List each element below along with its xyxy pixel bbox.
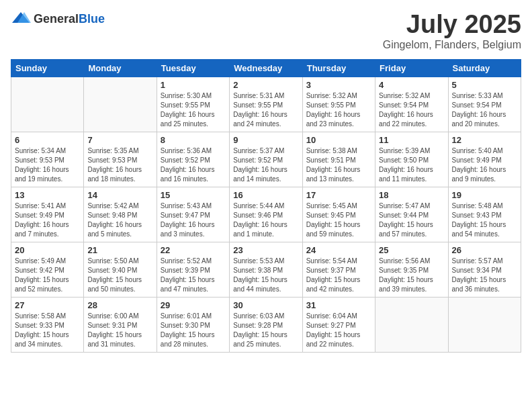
day-detail: Sunrise: 5:56 AMSunset: 9:35 PMDaylight:… <box>379 257 444 294</box>
calendar-cell: 6Sunrise: 5:34 AMSunset: 9:53 PMDaylight… <box>11 132 84 187</box>
calendar-cell: 9Sunrise: 5:37 AMSunset: 9:52 PMDaylight… <box>230 132 302 187</box>
day-detail: Sunrise: 5:48 AMSunset: 9:43 PMDaylight:… <box>452 201 517 239</box>
day-detail: Sunrise: 5:54 AMSunset: 9:37 PMDaylight:… <box>306 257 371 294</box>
day-detail: Sunrise: 5:38 AMSunset: 9:51 PMDaylight:… <box>306 146 371 184</box>
day-detail: Sunrise: 5:52 AMSunset: 9:39 PMDaylight:… <box>161 257 226 294</box>
calendar-cell: 30Sunrise: 6:03 AMSunset: 9:28 PMDayligh… <box>230 297 302 352</box>
calendar-cell <box>11 77 84 132</box>
day-number: 13 <box>15 190 80 200</box>
calendar-cell: 23Sunrise: 5:53 AMSunset: 9:38 PMDayligh… <box>230 242 302 297</box>
calendar-cell: 17Sunrise: 5:45 AMSunset: 9:45 PMDayligh… <box>302 187 375 242</box>
day-number: 15 <box>161 190 226 200</box>
weekday-header: Saturday <box>448 59 521 77</box>
calendar-cell: 8Sunrise: 5:36 AMSunset: 9:52 PMDaylight… <box>157 132 229 187</box>
calendar-week-row: 27Sunrise: 5:58 AMSunset: 9:33 PMDayligh… <box>11 297 521 352</box>
day-detail: Sunrise: 5:40 AMSunset: 9:49 PMDaylight:… <box>452 146 517 184</box>
logo-icon <box>11 11 31 27</box>
day-number: 18 <box>379 190 444 200</box>
day-number: 1 <box>161 80 226 90</box>
logo: GeneralBlue <box>11 11 105 27</box>
weekday-header: Tuesday <box>157 59 229 77</box>
day-detail: Sunrise: 5:45 AMSunset: 9:45 PMDaylight:… <box>306 201 371 239</box>
day-number: 23 <box>233 245 298 255</box>
day-number: 2 <box>233 80 298 90</box>
day-number: 7 <box>87 135 152 145</box>
day-detail: Sunrise: 5:43 AMSunset: 9:47 PMDaylight:… <box>161 201 226 239</box>
weekday-header: Sunday <box>11 59 84 77</box>
calendar-cell: 1Sunrise: 5:30 AMSunset: 9:55 PMDaylight… <box>157 77 229 132</box>
day-number: 30 <box>233 300 298 310</box>
day-detail: Sunrise: 5:53 AMSunset: 9:38 PMDaylight:… <box>233 257 298 294</box>
day-detail: Sunrise: 5:50 AMSunset: 9:40 PMDaylight:… <box>87 257 152 294</box>
day-number: 22 <box>161 245 226 255</box>
day-number: 12 <box>452 135 517 145</box>
calendar-cell: 16Sunrise: 5:44 AMSunset: 9:46 PMDayligh… <box>230 187 302 242</box>
day-detail: Sunrise: 5:49 AMSunset: 9:42 PMDaylight:… <box>15 257 80 294</box>
day-detail: Sunrise: 5:39 AMSunset: 9:50 PMDaylight:… <box>379 146 444 184</box>
calendar-cell: 21Sunrise: 5:50 AMSunset: 9:40 PMDayligh… <box>84 242 157 297</box>
calendar-cell: 20Sunrise: 5:49 AMSunset: 9:42 PMDayligh… <box>11 242 84 297</box>
calendar-cell: 5Sunrise: 5:33 AMSunset: 9:54 PMDaylight… <box>448 77 521 132</box>
day-number: 26 <box>452 245 517 255</box>
day-detail: Sunrise: 5:31 AMSunset: 9:55 PMDaylight:… <box>233 91 298 129</box>
day-detail: Sunrise: 6:04 AMSunset: 9:27 PMDaylight:… <box>306 312 371 349</box>
day-detail: Sunrise: 5:44 AMSunset: 9:46 PMDaylight:… <box>233 201 298 239</box>
day-detail: Sunrise: 5:58 AMSunset: 9:33 PMDaylight:… <box>15 312 80 349</box>
day-number: 16 <box>233 190 298 200</box>
calendar-cell: 25Sunrise: 5:56 AMSunset: 9:35 PMDayligh… <box>375 242 448 297</box>
day-detail: Sunrise: 5:41 AMSunset: 9:49 PMDaylight:… <box>15 201 80 239</box>
day-number: 5 <box>452 80 517 90</box>
day-number: 31 <box>306 300 371 310</box>
calendar-cell: 13Sunrise: 5:41 AMSunset: 9:49 PMDayligh… <box>11 187 84 242</box>
day-number: 17 <box>306 190 371 200</box>
day-detail: Sunrise: 5:47 AMSunset: 9:44 PMDaylight:… <box>379 201 444 239</box>
calendar-week-row: 1Sunrise: 5:30 AMSunset: 9:55 PMDaylight… <box>11 77 521 132</box>
day-number: 24 <box>306 245 371 255</box>
calendar-cell: 10Sunrise: 5:38 AMSunset: 9:51 PMDayligh… <box>302 132 375 187</box>
calendar-cell: 3Sunrise: 5:32 AMSunset: 9:55 PMDaylight… <box>302 77 375 132</box>
day-number: 8 <box>161 135 226 145</box>
day-detail: Sunrise: 5:57 AMSunset: 9:34 PMDaylight:… <box>452 257 517 294</box>
calendar-cell: 14Sunrise: 5:42 AMSunset: 9:48 PMDayligh… <box>84 187 157 242</box>
calendar-cell: 29Sunrise: 6:01 AMSunset: 9:30 PMDayligh… <box>157 297 229 352</box>
day-number: 19 <box>452 190 517 200</box>
calendar-cell: 7Sunrise: 5:35 AMSunset: 9:53 PMDaylight… <box>84 132 157 187</box>
day-detail: Sunrise: 5:34 AMSunset: 9:53 PMDaylight:… <box>15 146 80 184</box>
day-number: 25 <box>379 245 444 255</box>
logo-general: General <box>34 12 79 26</box>
day-number: 10 <box>306 135 371 145</box>
calendar-cell: 26Sunrise: 5:57 AMSunset: 9:34 PMDayligh… <box>448 242 521 297</box>
calendar-cell: 11Sunrise: 5:39 AMSunset: 9:50 PMDayligh… <box>375 132 448 187</box>
location-title: Gingelom, Flanders, Belgium <box>383 39 521 51</box>
day-detail: Sunrise: 5:32 AMSunset: 9:55 PMDaylight:… <box>306 91 371 129</box>
calendar-cell: 22Sunrise: 5:52 AMSunset: 9:39 PMDayligh… <box>157 242 229 297</box>
day-detail: Sunrise: 5:30 AMSunset: 9:55 PMDaylight:… <box>161 91 226 129</box>
title-block: July 2025 Gingelom, Flanders, Belgium <box>383 11 521 51</box>
day-detail: Sunrise: 5:33 AMSunset: 9:54 PMDaylight:… <box>452 91 517 129</box>
day-number: 14 <box>87 190 152 200</box>
day-detail: Sunrise: 6:01 AMSunset: 9:30 PMDaylight:… <box>161 312 226 349</box>
calendar-cell: 28Sunrise: 6:00 AMSunset: 9:31 PMDayligh… <box>84 297 157 352</box>
calendar-week-row: 13Sunrise: 5:41 AMSunset: 9:49 PMDayligh… <box>11 187 521 242</box>
weekday-header: Thursday <box>302 59 375 77</box>
day-number: 4 <box>379 80 444 90</box>
calendar-cell: 15Sunrise: 5:43 AMSunset: 9:47 PMDayligh… <box>157 187 229 242</box>
calendar-table: SundayMondayTuesdayWednesdayThursdayFrid… <box>11 59 521 353</box>
calendar-week-row: 6Sunrise: 5:34 AMSunset: 9:53 PMDaylight… <box>11 132 521 187</box>
day-number: 29 <box>161 300 226 310</box>
calendar-header-row: SundayMondayTuesdayWednesdayThursdayFrid… <box>11 59 521 77</box>
month-title: July 2025 <box>383 11 521 39</box>
day-detail: Sunrise: 5:35 AMSunset: 9:53 PMDaylight:… <box>87 146 152 184</box>
calendar-cell: 24Sunrise: 5:54 AMSunset: 9:37 PMDayligh… <box>302 242 375 297</box>
day-number: 9 <box>233 135 298 145</box>
calendar-cell: 18Sunrise: 5:47 AMSunset: 9:44 PMDayligh… <box>375 187 448 242</box>
day-number: 27 <box>15 300 80 310</box>
calendar-cell: 31Sunrise: 6:04 AMSunset: 9:27 PMDayligh… <box>302 297 375 352</box>
calendar-cell: 19Sunrise: 5:48 AMSunset: 9:43 PMDayligh… <box>448 187 521 242</box>
day-detail: Sunrise: 6:03 AMSunset: 9:28 PMDaylight:… <box>233 312 298 349</box>
calendar-cell: 2Sunrise: 5:31 AMSunset: 9:55 PMDaylight… <box>230 77 302 132</box>
day-number: 21 <box>87 245 152 255</box>
day-number: 20 <box>15 245 80 255</box>
weekday-header: Friday <box>375 59 448 77</box>
calendar-week-row: 20Sunrise: 5:49 AMSunset: 9:42 PMDayligh… <box>11 242 521 297</box>
